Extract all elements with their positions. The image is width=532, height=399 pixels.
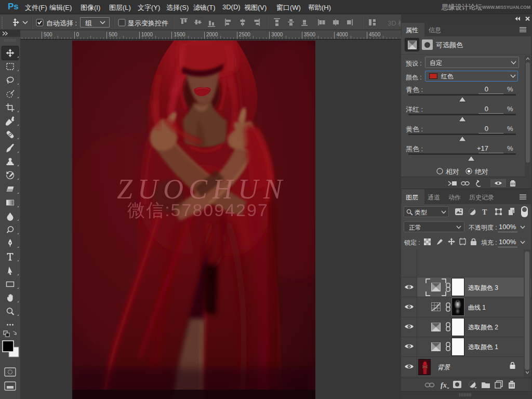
svg-text:T: T <box>482 208 487 216</box>
svg-text:微信:578094297: 微信:578094297 <box>127 200 269 220</box>
svg-text:fx: fx <box>441 381 447 389</box>
